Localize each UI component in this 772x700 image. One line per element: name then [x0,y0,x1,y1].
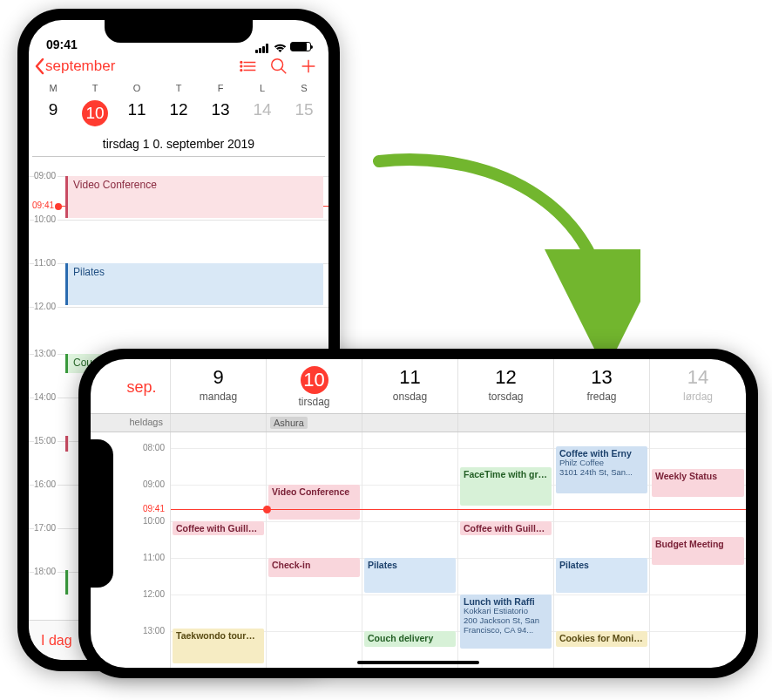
hour-label: 09:00 [34,171,58,180]
weekday-label: L [241,83,283,93]
day-column-header[interactable]: 14lørdag [650,359,746,413]
day-column-header[interactable]: 9mandag [171,359,267,413]
device-frame-landscape: sep. 9mandag 10tirsdag 11onsdag 12torsda… [78,349,758,678]
hour-label: 10:00 [34,214,58,224]
back-button[interactable]: september [34,58,115,75]
screen-landscape: sep. 9mandag 10tirsdag 11onsdag 12torsda… [91,359,746,668]
allday-row: heldags Ashura [91,414,746,432]
day-column[interactable]: Weekly Status Budget Meeting [650,432,746,668]
now-time-label: 09:41 [143,504,165,513]
allday-label: heldags [91,414,171,432]
day-column-today[interactable]: Video Conference Check-in [267,432,362,668]
day-column-header-today[interactable]: 10tirsdag [267,359,362,413]
allday-cell[interactable] [362,414,458,432]
event-check-in[interactable]: Check-in [268,558,360,577]
event-marker[interactable] [65,570,69,595]
day-column-header[interactable]: 11onsdag [362,359,458,413]
hour-label: 08:00 [143,443,165,452]
day-column[interactable]: Coffee with Guille... Taekwondo tourname… [171,432,267,668]
event-coffee-erny[interactable]: Coffee with Erny Philz Coffee 3101 24th … [556,446,647,493]
day-number-today[interactable]: 10 [74,97,116,130]
event-pilates[interactable]: Pilates [65,263,323,305]
event-taekwondo[interactable]: Taekwondo tournament [173,629,264,663]
event-budget-meeting[interactable]: Budget Meeting [652,537,744,565]
list-view-button[interactable] [234,57,264,76]
battery-icon [290,42,311,51]
day-number[interactable]: 15 [283,97,325,130]
today-button[interactable]: I dag [41,633,72,649]
day-number[interactable]: 13 [200,97,241,130]
event-cookies[interactable]: Cookies for Monic... [556,631,647,647]
day-column-header[interactable]: 12torsdag [458,359,554,413]
cellular-signal-icon [255,42,270,51]
rotation-arrow [344,153,640,362]
hour-label: 18:00 [34,567,58,576]
weekday-label: O [116,83,158,93]
hour-label: 15:00 [34,436,58,445]
home-indicator[interactable] [357,661,479,664]
week-header: sep. 9mandag 10tirsdag 11onsdag 12torsda… [91,359,746,414]
event-lunch-raffi[interactable]: Lunch with Raffi Kokkari Estiatorio 200 … [460,595,552,649]
status-icons [255,42,311,51]
week-header: M T O T F L S 9 10 11 12 13 14 15 tirsda… [29,83,328,157]
notch [105,20,253,43]
event-coffee-guille[interactable]: Coffee with Guille... [460,521,552,535]
weekday-label: T [74,83,116,93]
status-time: 09:41 [46,37,78,51]
event-marker[interactable] [65,436,69,452]
allday-cell[interactable] [554,414,650,432]
allday-event-ashura[interactable]: Ashura [270,417,308,429]
weekday-label: M [32,83,74,93]
svg-line-7 [281,69,287,74]
now-time-label: 09:41 [32,200,54,210]
event-pilates[interactable]: Pilates [364,558,456,593]
hour-label: 17:00 [34,523,58,533]
event-pilates[interactable]: Pilates [556,558,647,593]
svg-point-3 [240,62,242,64]
allday-cell[interactable]: Ashura [267,414,362,432]
back-label: september [45,58,115,75]
hour-label: 09:00 [143,479,165,489]
event-couch-delivery[interactable]: Couch delivery [364,631,456,647]
day-column[interactable]: Pilates Couch delivery [362,432,458,668]
week-grid[interactable]: 08:00 09:00 09:41 10:00 11:00 12:00 13:0… [91,432,746,668]
day-number[interactable]: 9 [32,97,74,130]
allday-cell[interactable] [650,414,746,432]
search-button[interactable] [264,57,294,76]
hour-label: 14:00 [34,392,58,402]
wifi-icon [274,42,287,51]
day-number[interactable]: 12 [158,97,200,130]
hour-label: 10:00 [143,516,165,526]
now-indicator [171,509,746,510]
hour-label: 11:00 [34,258,58,268]
allday-cell[interactable] [171,414,267,432]
day-number-row: 9 10 11 12 13 14 15 [32,97,325,130]
weekday-label: T [158,83,200,93]
event-coffee-guille[interactable]: Coffee with Guille... [173,521,264,535]
day-column[interactable]: Coffee with Erny Philz Coffee 3101 24th … [554,432,650,668]
allday-cell[interactable] [458,414,554,432]
hour-label: 13:00 [34,349,58,358]
hour-label: 12.00 [34,302,58,311]
event-weekly-status[interactable]: Weekly Status [652,469,744,497]
svg-point-6 [272,59,283,71]
event-video-conference[interactable]: Video Conference [65,176,323,218]
weekday-label: F [200,83,241,93]
event-facetime[interactable]: FaceTime with grandma [460,467,552,506]
day-column[interactable]: FaceTime with grandma Coffee with Guille… [458,432,554,668]
hour-label: 16:00 [34,479,58,489]
event-video-conference[interactable]: Video Conference [268,485,360,520]
hour-label: 12:00 [143,589,165,599]
weekday-row: M T O T F L S [32,83,325,93]
svg-point-4 [240,65,242,67]
notch [91,439,113,588]
nav-bar: september [29,53,328,83]
hour-label: 13:00 [143,626,165,635]
svg-point-5 [240,70,242,71]
hour-label: 11:00 [143,553,165,562]
add-event-button[interactable] [294,57,323,76]
day-number[interactable]: 14 [241,97,283,130]
day-column-header[interactable]: 13fredag [554,359,650,413]
month-button[interactable]: sep. [91,359,171,413]
day-number[interactable]: 11 [116,97,158,130]
